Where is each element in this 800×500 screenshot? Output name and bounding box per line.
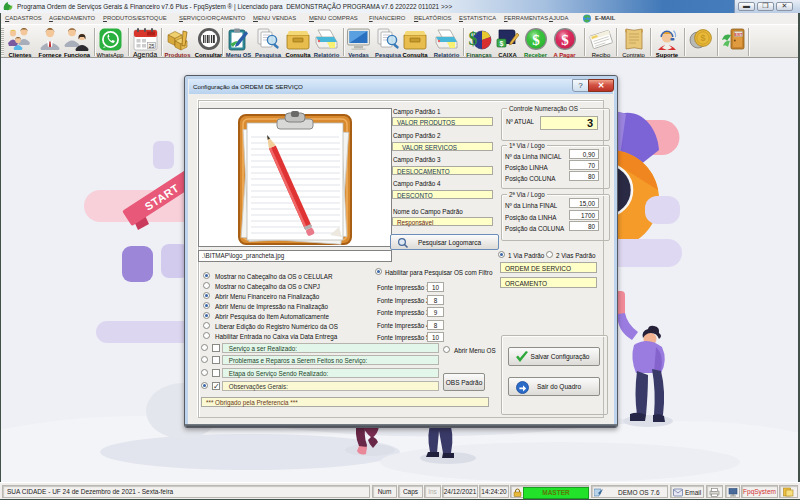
svg-text:EXIT: EXIT — [734, 33, 743, 37]
svg-text:25: 25 — [148, 43, 154, 49]
svg-text:$: $ — [532, 32, 540, 48]
svg-text:$: $ — [561, 32, 569, 48]
svg-text:$: $ — [700, 33, 705, 43]
svg-text:$: $ — [500, 40, 504, 48]
svg-text:$: $ — [469, 29, 478, 49]
